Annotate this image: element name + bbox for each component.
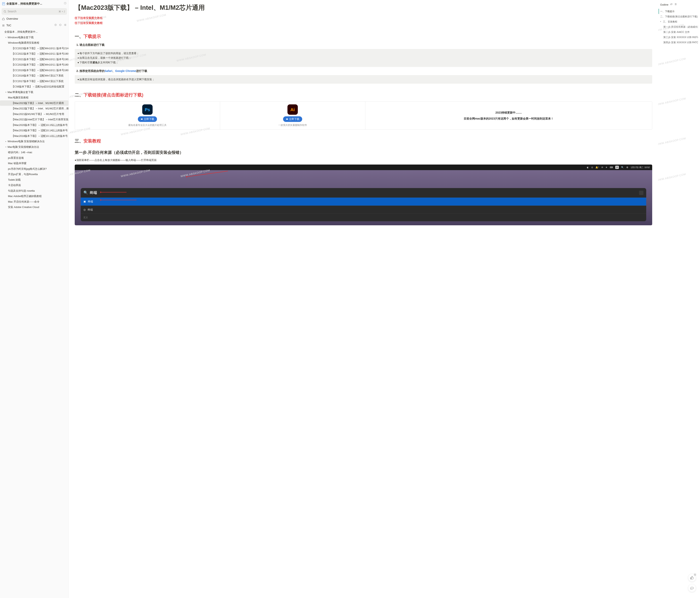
- tree-item[interactable]: Todek 卸载: [0, 177, 69, 183]
- eye-off-icon[interactable]: [670, 3, 673, 7]
- tree-item[interactable]: 【Mac2020版本下载】 – 适配10.15以上的版本号: [0, 122, 69, 128]
- sidebar-header: 全套版本，持续免费更新中...: [0, 0, 69, 7]
- tree-item[interactable]: 【CC2023版本下载】 – 适配Win10/11 版本号21H2及以上系统: [0, 46, 69, 51]
- tree-item[interactable]: 错误代码：146 –mac: [0, 150, 69, 155]
- tree-item[interactable]: 【CS6版本下载】 – 适配Xp或32位的较低配置: [0, 84, 69, 90]
- tree-item[interactable]: 【Mac2021版Intel芯片下载】 – Intel芯片推荐安装: [0, 117, 69, 122]
- tree-item[interactable]: 【CC2017版本下载】 – 适配Win7及以下系统: [0, 78, 69, 84]
- nav-toc[interactable]: ToC: [0, 22, 69, 29]
- like-count: 5: [694, 573, 697, 576]
- svg-point-20: [676, 4, 676, 5]
- outline-tree: 一、下载提示 二、下载链接(请点击图标进行下载) ▾三、安装教程 第一步.开启任…: [660, 9, 698, 45]
- outline-item[interactable]: 一、下载提示: [658, 9, 698, 14]
- tree-item[interactable]: 【Mac2018版本下载】 – 适配10.12以上的版本号: [0, 133, 69, 139]
- sidebar: 全套版本，持续免费更新中... Search ⌘ + J Overview To…: [0, 0, 69, 598]
- outline-item[interactable]: 二、下载链接(请点击图标进行下载): [660, 14, 698, 19]
- list-item: 请点击图标进行下载: [79, 43, 652, 47]
- comment-button[interactable]: [688, 584, 696, 592]
- hint-text: 往下拉有安装图文教程: [75, 16, 652, 20]
- target-icon[interactable]: [54, 23, 57, 27]
- outline-item[interactable]: ▾三、安装教程: [660, 19, 698, 24]
- toc-tree: 全套版本，持续免费更新中... ▾Windows电脑全套下载 Windows电脑…: [0, 29, 69, 210]
- spotlight-window: 🔍 终端 ▣ 终端 ◎ 终端 定义: [81, 188, 646, 221]
- tree-item[interactable]: Mac电脑安装教程: [0, 95, 69, 100]
- page-title: 【Mac2023版下载】 – Intel、M1/M2芯片通用: [75, 4, 652, 12]
- menu-icon: 拼: [615, 166, 619, 169]
- search-shortcut: ⌘ + J: [58, 10, 65, 14]
- settings-icon[interactable]: [674, 3, 677, 7]
- download-info: 2023持续更新中........ 目前全网mac版本的2023只有这两个，如有…: [365, 102, 652, 129]
- tree-item[interactable]: Mac 开启任何来源——命令: [0, 199, 69, 205]
- menubar-clock: 1月17日 周二 10:52: [631, 166, 650, 169]
- tree-item[interactable]: 卡启动界面: [0, 182, 69, 188]
- sync-icon: [64, 2, 67, 6]
- menu-icon: ⌨: [610, 166, 613, 169]
- search-input[interactable]: Search ⌘ + J: [2, 8, 67, 15]
- outline-item[interactable]: 第三步.安装 XXXXXX U2B INSTALL...: [664, 35, 698, 40]
- tree-item[interactable]: 【Mac2022版下载】 – Intel、M1/M2芯片通用，推荐安装: [0, 106, 69, 111]
- spotlight-row[interactable]: ▣ 终端: [81, 198, 646, 206]
- download-button-ps[interactable]: 立即下载: [138, 116, 157, 122]
- download-button-ai[interactable]: 立即下载: [283, 116, 302, 122]
- tree-item[interactable]: 【CC2022版本下载】 – 适配Win10/11 版本号1909及以上系统: [0, 51, 69, 56]
- tree-item[interactable]: ps另存为时没有jpg格式怎么解决?: [0, 166, 69, 172]
- tree-item-selected[interactable]: 【Mac2023版下载】 – Intel、M1/M2芯片通用: [0, 100, 69, 106]
- link-safari[interactable]: Safari: [105, 69, 112, 73]
- tree-group-macerr[interactable]: ▾Mac电脑 安装报错解决办法: [0, 144, 69, 150]
- tree-item[interactable]: Windows电脑通用安装教程: [0, 40, 69, 46]
- tree-group-winerr[interactable]: ▸Windows电脑 安装报错解决办法: [0, 139, 69, 144]
- tree-item[interactable]: 【Mac2019版本下载】 – 适配10.14以上的版本号: [0, 128, 69, 133]
- section-heading-1: 一、下载提示: [75, 33, 652, 40]
- tree-item[interactable]: 【CC2018版本下载】 – 适配Win7及以下系统: [0, 73, 69, 78]
- svg-point-11: [55, 25, 56, 25]
- tree-group-mac[interactable]: ▾Mac苹果电脑全套下载: [0, 90, 69, 95]
- outline-item[interactable]: 第二步.安装 AntiCC 文件: [664, 29, 698, 35]
- list-icon: [2, 24, 5, 27]
- tree-item[interactable]: 【CC2020版本下载】 – 适配Win10/11 版本号1809及以上系统: [0, 62, 69, 68]
- tree-root[interactable]: 全套版本，持续免费更新中...: [0, 29, 69, 35]
- ai-icon: Ai: [288, 104, 298, 115]
- tree-item[interactable]: Mac 钥匙串弹窗: [0, 160, 69, 166]
- tree-item[interactable]: Mac Adobe程序正确卸载教程: [0, 194, 69, 199]
- outline-item[interactable]: 第四步.安装 XXXXXX U2B PATCH [...: [664, 40, 698, 45]
- terminal-icon: ◎: [83, 208, 86, 212]
- spotlight-row[interactable]: 定义: [81, 214, 646, 221]
- watermark: WWW.ABSKOOP.COM: [658, 57, 686, 67]
- tree-item[interactable]: ps重置首选项: [0, 155, 69, 161]
- outline-item[interactable]: 第一步.开启任何来源（必须成功开...: [664, 24, 698, 29]
- home-icon: [2, 18, 5, 20]
- menu-icon: 🔔¹: [595, 166, 599, 169]
- step-heading: 第一步.开启任何来源（必须成功开启，否则后面安装会报错）: [75, 149, 652, 155]
- mac-menubar: ◐ ⊙ 🔔¹ ⟳ ✈ ⌨ 拼 🔍 ⚙ 1月17日 周二 10:52: [75, 165, 652, 170]
- link-chrome[interactable]: Google Chrome: [115, 69, 136, 73]
- menu-icon: ⟳: [601, 166, 603, 169]
- watermark: WWW.ABSKOOP.COM: [658, 97, 686, 106]
- tree-item[interactable]: 【Mac2021版M1/M2下载】 – M1/M2芯片专用: [0, 111, 69, 117]
- tree-group-windows[interactable]: ▾Windows电脑全套下载: [0, 35, 69, 40]
- menu-icon: ⊙: [591, 166, 593, 169]
- menu-icon: ◐: [587, 166, 589, 169]
- control-center-icon: ⚙: [626, 166, 628, 169]
- outline-header: Outline: [660, 3, 698, 7]
- download-table: Ps 立即下载 最知名最专业且大众的图片处理工具 Ai 立即下载 一款强大的矢量…: [75, 101, 652, 130]
- spotlight-search[interactable]: 🔍 终端: [81, 188, 646, 198]
- terminal-icon: [639, 191, 644, 195]
- main-content: 【Mac2023版下载】 – Intel、M1/M2芯片通用 往下拉有安装图文教…: [69, 0, 658, 598]
- refresh-icon[interactable]: [59, 23, 62, 27]
- collapse-icon[interactable]: [64, 23, 67, 27]
- terminal-screenshot: ◐ ⊙ 🔔¹ ⟳ ✈ ⌨ 拼 🔍 ⚙ 1月17日 周二 10:52 🔍 终端: [75, 165, 652, 225]
- floating-buttons: 5: [688, 574, 696, 592]
- like-button[interactable]: 5: [688, 574, 696, 582]
- callout: 每个软件下方均标注了该软件的用途，请注意查看； 如果点击无反应，请换一个浏览器进…: [75, 49, 652, 67]
- tree-item[interactable]: 开启ps扩展，勾选Rosetta: [0, 172, 69, 177]
- spotlight-row[interactable]: ◎ 终端: [81, 206, 646, 214]
- tree-item[interactable]: 【CC2019版本下载】 – 适配Win10/11 版本号1809及以上系统: [0, 68, 69, 73]
- doc-icon: [2, 2, 5, 5]
- tree-item[interactable]: 勾选及去掉勾选 rosetta: [0, 188, 69, 194]
- tree-item[interactable]: 【CC2021版本下载】 – 适配Win10/11 版本号1903及以上系统: [0, 56, 69, 62]
- hint-text: 往下拉有安装图文教程: [75, 21, 652, 25]
- nav-overview[interactable]: Overview: [0, 16, 69, 22]
- menu-icon: ✈: [606, 166, 607, 169]
- tree-item[interactable]: 安装 Adobe Creative Cloud: [0, 204, 69, 210]
- callout: 如果您没有这些浏览器，请点击浏览器的名字进入官网下载安装；: [75, 75, 652, 84]
